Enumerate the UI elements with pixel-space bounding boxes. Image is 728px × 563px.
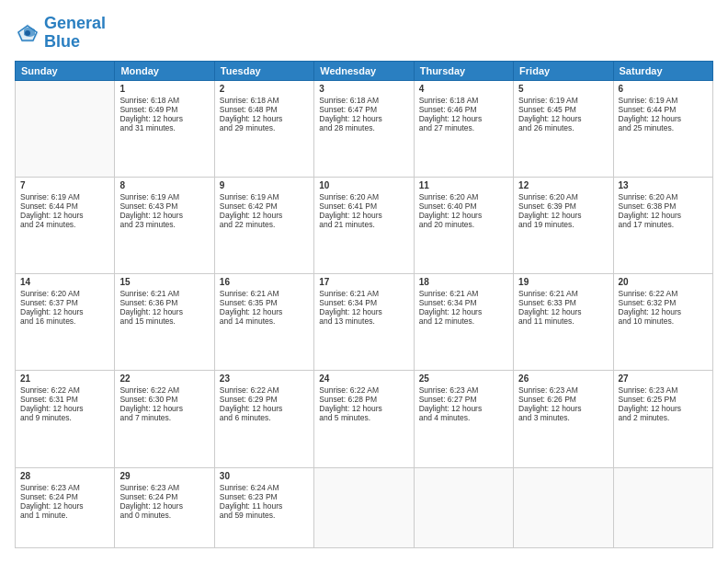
svg-point-2 bbox=[25, 30, 30, 36]
day-number: 4 bbox=[419, 84, 508, 94]
calendar-cell: 14Sunrise: 6:20 AMSunset: 6:37 PMDayligh… bbox=[16, 274, 115, 371]
calendar-cell bbox=[16, 80, 115, 177]
day-info-line: Sunrise: 6:18 AM bbox=[319, 96, 408, 105]
day-info-line: Daylight: 12 hours bbox=[619, 114, 708, 123]
day-info-line: and 1 minute. bbox=[20, 511, 109, 520]
day-info-line: Sunrise: 6:19 AM bbox=[619, 96, 708, 105]
calendar-cell: 11Sunrise: 6:20 AMSunset: 6:40 PMDayligh… bbox=[414, 177, 513, 273]
day-info-line: Sunrise: 6:20 AM bbox=[20, 289, 109, 298]
calendar-cell: 3Sunrise: 6:18 AMSunset: 6:47 PMDaylight… bbox=[314, 80, 414, 177]
day-number: 18 bbox=[419, 277, 508, 287]
day-info-line: Sunset: 6:33 PM bbox=[518, 298, 608, 307]
day-number: 1 bbox=[119, 84, 209, 94]
day-info-line: Sunset: 6:24 PM bbox=[20, 492, 109, 501]
day-info-line: Sunset: 6:41 PM bbox=[319, 201, 408, 211]
day-info-line: Sunrise: 6:23 AM bbox=[419, 385, 508, 395]
day-info-line: Sunrise: 6:22 AM bbox=[119, 385, 209, 395]
day-info-line: and 2 minutes. bbox=[619, 413, 708, 422]
day-number: 24 bbox=[319, 373, 408, 384]
day-info-line: and 14 minutes. bbox=[220, 316, 309, 326]
day-info-line: Sunset: 6:27 PM bbox=[419, 395, 508, 404]
header: General Blue bbox=[15, 15, 713, 52]
logo-icon bbox=[15, 20, 40, 46]
day-number: 9 bbox=[220, 180, 309, 190]
day-info-line: Daylight: 12 hours bbox=[119, 404, 209, 413]
day-info-line: Sunrise: 6:21 AM bbox=[319, 289, 408, 298]
header-cell-tuesday: Tuesday bbox=[214, 61, 313, 80]
day-info-line: Sunrise: 6:20 AM bbox=[419, 192, 508, 201]
day-info-line: Sunrise: 6:18 AM bbox=[419, 96, 508, 105]
header-cell-saturday: Saturday bbox=[613, 61, 712, 80]
day-info-line: Sunset: 6:44 PM bbox=[20, 201, 109, 211]
day-info-line: Sunset: 6:36 PM bbox=[119, 298, 209, 307]
day-info-line: Sunrise: 6:23 AM bbox=[518, 385, 608, 395]
day-info-line: Daylight: 12 hours bbox=[220, 114, 309, 123]
day-info-line: and 4 minutes. bbox=[419, 413, 508, 422]
day-info-line: and 19 minutes. bbox=[518, 220, 608, 229]
header-cell-friday: Friday bbox=[514, 61, 613, 80]
calendar-cell: 12Sunrise: 6:20 AMSunset: 6:39 PMDayligh… bbox=[514, 177, 613, 273]
day-info-line: and 5 minutes. bbox=[319, 413, 408, 422]
day-info-line: Daylight: 12 hours bbox=[20, 404, 109, 413]
calendar-cell: 20Sunrise: 6:22 AMSunset: 6:32 PMDayligh… bbox=[613, 274, 712, 371]
day-info-line: and 28 minutes. bbox=[319, 123, 408, 132]
day-info-line: and 0 minutes. bbox=[119, 511, 209, 520]
calendar-cell bbox=[314, 467, 414, 547]
day-info-line: Sunrise: 6:22 AM bbox=[619, 289, 708, 298]
header-cell-wednesday: Wednesday bbox=[314, 61, 414, 80]
calendar-cell: 22Sunrise: 6:22 AMSunset: 6:30 PMDayligh… bbox=[115, 371, 214, 467]
day-info-line: and 10 minutes. bbox=[619, 316, 708, 326]
day-number: 23 bbox=[220, 373, 309, 384]
day-info-line: Sunset: 6:35 PM bbox=[220, 298, 309, 307]
day-info-line: Sunrise: 6:23 AM bbox=[119, 483, 209, 492]
calendar-cell: 6Sunrise: 6:19 AMSunset: 6:44 PMDaylight… bbox=[613, 80, 712, 177]
header-cell-thursday: Thursday bbox=[414, 61, 513, 80]
day-info-line: and 59 minutes. bbox=[220, 511, 309, 520]
day-info-line: Daylight: 12 hours bbox=[20, 307, 109, 316]
day-number: 12 bbox=[518, 180, 608, 190]
day-info-line: Daylight: 12 hours bbox=[319, 307, 408, 316]
day-info-line: Sunset: 6:34 PM bbox=[419, 298, 508, 307]
day-info-line: Sunrise: 6:24 AM bbox=[220, 483, 309, 492]
day-number: 13 bbox=[619, 180, 708, 190]
day-info-line: Sunrise: 6:20 AM bbox=[518, 192, 608, 201]
calendar-cell: 15Sunrise: 6:21 AMSunset: 6:36 PMDayligh… bbox=[115, 274, 214, 371]
day-info-line: and 15 minutes. bbox=[119, 316, 209, 326]
day-info-line: and 17 minutes. bbox=[619, 220, 708, 229]
day-info-line: Daylight: 12 hours bbox=[220, 211, 309, 220]
calendar-cell: 2Sunrise: 6:18 AMSunset: 6:48 PMDaylight… bbox=[214, 80, 313, 177]
day-info-line: Sunset: 6:26 PM bbox=[518, 395, 608, 404]
day-info-line: Sunrise: 6:22 AM bbox=[220, 385, 309, 395]
day-info-line: Sunrise: 6:22 AM bbox=[319, 385, 408, 395]
calendar-cell: 9Sunrise: 6:19 AMSunset: 6:42 PMDaylight… bbox=[214, 177, 313, 273]
week-row-3: 21Sunrise: 6:22 AMSunset: 6:31 PMDayligh… bbox=[16, 371, 713, 467]
week-row-0: 1Sunrise: 6:18 AMSunset: 6:49 PMDaylight… bbox=[16, 80, 713, 177]
calendar-cell: 8Sunrise: 6:19 AMSunset: 6:43 PMDaylight… bbox=[115, 177, 214, 273]
calendar-cell: 27Sunrise: 6:23 AMSunset: 6:25 PMDayligh… bbox=[613, 371, 712, 467]
day-info-line: and 13 minutes. bbox=[319, 316, 408, 326]
day-info-line: Sunrise: 6:20 AM bbox=[619, 192, 708, 201]
day-info-line: Sunset: 6:39 PM bbox=[518, 201, 608, 211]
calendar-table: SundayMondayTuesdayWednesdayThursdayFrid… bbox=[15, 61, 713, 548]
day-info-line: Daylight: 12 hours bbox=[319, 114, 408, 123]
day-info-line: and 12 minutes. bbox=[419, 316, 508, 326]
day-number: 27 bbox=[619, 373, 708, 384]
calendar-cell: 10Sunrise: 6:20 AMSunset: 6:41 PMDayligh… bbox=[314, 177, 414, 273]
day-info-line: Sunset: 6:38 PM bbox=[619, 201, 708, 211]
day-info-line: Sunset: 6:42 PM bbox=[220, 201, 309, 211]
day-number: 29 bbox=[119, 471, 209, 481]
calendar-cell: 28Sunrise: 6:23 AMSunset: 6:24 PMDayligh… bbox=[16, 467, 115, 547]
day-info-line: and 6 minutes. bbox=[220, 413, 309, 422]
calendar-cell: 18Sunrise: 6:21 AMSunset: 6:34 PMDayligh… bbox=[414, 274, 513, 371]
calendar-cell: 26Sunrise: 6:23 AMSunset: 6:26 PMDayligh… bbox=[514, 371, 613, 467]
day-info-line: Sunset: 6:40 PM bbox=[419, 201, 508, 211]
calendar-cell: 13Sunrise: 6:20 AMSunset: 6:38 PMDayligh… bbox=[613, 177, 712, 273]
calendar-cell: 17Sunrise: 6:21 AMSunset: 6:34 PMDayligh… bbox=[314, 274, 414, 371]
day-info-line: Sunset: 6:46 PM bbox=[419, 105, 508, 114]
day-info-line: Sunset: 6:32 PM bbox=[619, 298, 708, 307]
calendar-cell: 16Sunrise: 6:21 AMSunset: 6:35 PMDayligh… bbox=[214, 274, 313, 371]
day-info-line: Sunrise: 6:21 AM bbox=[419, 289, 508, 298]
day-info-line: Sunset: 6:29 PM bbox=[220, 395, 309, 404]
day-info-line: and 24 minutes. bbox=[20, 220, 109, 229]
day-info-line: Sunrise: 6:21 AM bbox=[220, 289, 309, 298]
